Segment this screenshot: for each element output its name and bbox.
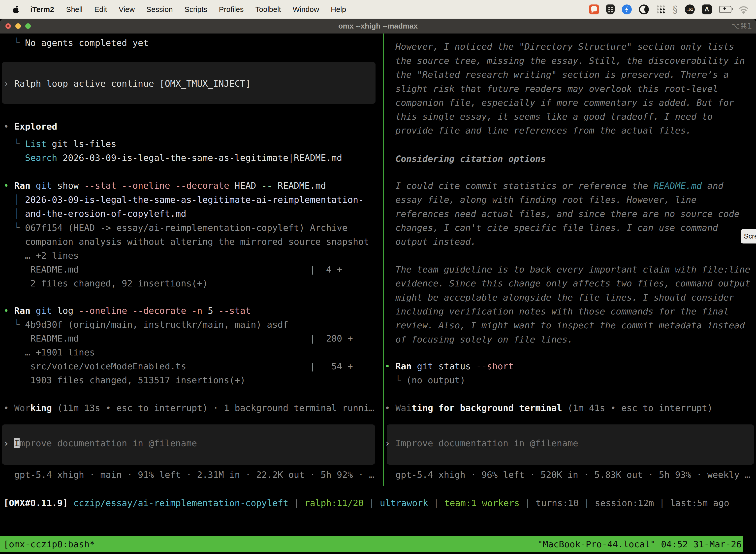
prompt-input-left[interactable] [2, 425, 375, 465]
squiggle-icon[interactable]: § [673, 4, 678, 14]
grid-dots-icon[interactable] [656, 5, 666, 14]
menu-app-name[interactable]: iTerm2 [30, 5, 54, 14]
apple-menu-icon[interactable] [13, 6, 19, 13]
window-title: omx --xhigh --madmax [0, 19, 756, 34]
menu-item-edit[interactable]: Edit [94, 5, 107, 14]
menu-item-shell[interactable]: Shell [66, 5, 82, 14]
menu-item-view[interactable]: View [119, 5, 135, 14]
screen-tooltip: Scre [741, 229, 756, 243]
crescent-icon[interactable] [639, 4, 649, 14]
battery-icon[interactable] [719, 6, 732, 13]
menu-item-window[interactable]: Window [293, 5, 319, 14]
shield-icon[interactable] [606, 4, 615, 14]
terminal-area: Scre [0, 34, 756, 554]
window-shortcut-hint: ⌥⌘1 [731, 19, 752, 34]
inject-banner [2, 62, 376, 104]
letter-a-icon[interactable]: A [702, 4, 712, 14]
wifi-icon[interactable] [739, 5, 749, 14]
menu-bar: iTerm2 ShellEditViewSessionScriptsProfil… [0, 0, 756, 19]
tmux-status-bar [0, 536, 743, 552]
menu-items: ShellEditViewSessionScriptsProfilesToolb… [66, 5, 346, 14]
pane-divider[interactable] [383, 34, 384, 486]
menu-item-help[interactable]: Help [331, 5, 346, 14]
count-badge-icon[interactable]: ..61 [685, 4, 695, 14]
menu-item-toolbelt[interactable]: Toolbelt [255, 5, 281, 14]
menu-item-profiles[interactable]: Profiles [219, 5, 244, 14]
menu-status-icons: § ..61 A [589, 4, 749, 14]
bolt-glyph [622, 4, 632, 14]
window-titlebar: omx --xhigh --madmax ⌥⌘1 [0, 19, 756, 34]
menu-item-session[interactable]: Session [146, 5, 173, 14]
chat-icon[interactable] [589, 4, 599, 14]
desktop-screen: iTerm2 ShellEditViewSessionScriptsProfil… [0, 0, 756, 554]
sync-badge-icon[interactable] [622, 4, 632, 14]
menu-item-scripts[interactable]: Scripts [185, 5, 207, 14]
prompt-input-right[interactable] [387, 425, 754, 465]
